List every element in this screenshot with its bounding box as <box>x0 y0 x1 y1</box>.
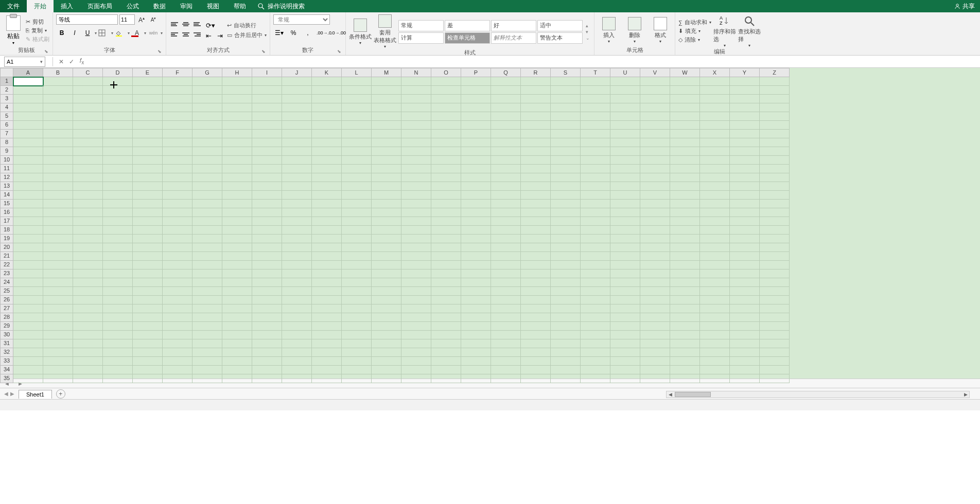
cell[interactable] <box>581 269 610 278</box>
font-name-select[interactable] <box>56 14 118 25</box>
cell[interactable] <box>730 165 760 173</box>
cell[interactable] <box>73 121 103 130</box>
cell[interactable] <box>43 226 73 235</box>
cell[interactable] <box>222 86 252 95</box>
cell[interactable] <box>133 95 163 103</box>
cell[interactable] <box>670 226 700 235</box>
cell[interactable] <box>581 182 610 191</box>
cell[interactable] <box>670 252 700 261</box>
cell[interactable] <box>551 348 581 357</box>
cell[interactable] <box>342 86 372 95</box>
cell[interactable] <box>312 322 342 331</box>
column-header[interactable]: U <box>610 68 640 77</box>
cell[interactable] <box>192 156 222 165</box>
cell[interactable] <box>431 374 461 383</box>
cell[interactable] <box>13 339 43 348</box>
column-header[interactable]: E <box>133 68 163 77</box>
cell[interactable] <box>401 112 431 121</box>
decrease-decimal-button[interactable]: .0→.00 <box>331 28 342 38</box>
cell[interactable] <box>431 269 461 278</box>
cell[interactable] <box>461 173 491 182</box>
cell[interactable] <box>192 173 222 182</box>
cell[interactable] <box>252 156 282 165</box>
cell[interactable] <box>133 261 163 269</box>
cell[interactable] <box>342 130 372 138</box>
cell[interactable] <box>13 200 43 208</box>
cell[interactable] <box>581 191 610 200</box>
style-good[interactable]: 好 <box>491 20 536 31</box>
cell[interactable] <box>581 121 610 130</box>
cell[interactable] <box>133 322 163 331</box>
cell[interactable] <box>760 217 790 226</box>
cell[interactable] <box>581 156 610 165</box>
cell[interactable] <box>103 103 133 112</box>
cell[interactable] <box>401 95 431 103</box>
cell[interactable] <box>342 200 372 208</box>
cell[interactable] <box>222 121 252 130</box>
cell[interactable] <box>730 252 760 261</box>
increase-decimal-button[interactable]: .00→.0 <box>317 28 328 38</box>
cell[interactable] <box>401 331 431 339</box>
cell[interactable] <box>491 138 521 147</box>
cell[interactable] <box>640 226 670 235</box>
column-header[interactable]: Z <box>760 68 790 77</box>
cell[interactable] <box>610 243 640 252</box>
cell[interactable] <box>670 348 700 357</box>
cell[interactable] <box>431 226 461 235</box>
cell[interactable] <box>581 304 610 313</box>
conditional-format-button[interactable]: 条件格式▾ <box>349 19 372 45</box>
cell[interactable] <box>342 138 372 147</box>
number-format-select[interactable]: 常规 <box>273 14 330 25</box>
cell[interactable] <box>760 121 790 130</box>
cell[interactable] <box>431 77 461 86</box>
cell[interactable] <box>581 77 610 86</box>
cell[interactable] <box>103 77 133 86</box>
cell[interactable] <box>610 261 640 269</box>
cell[interactable] <box>521 374 551 383</box>
column-header[interactable]: F <box>163 68 192 77</box>
cell[interactable] <box>13 147 43 156</box>
cell[interactable] <box>103 95 133 103</box>
cell[interactable] <box>401 103 431 112</box>
cell[interactable] <box>342 217 372 226</box>
row-header[interactable]: 27 <box>0 304 13 313</box>
cell[interactable] <box>252 296 282 304</box>
cell[interactable] <box>401 366 431 374</box>
cell[interactable] <box>461 322 491 331</box>
cell[interactable] <box>372 313 401 322</box>
cell[interactable] <box>73 217 103 226</box>
cell[interactable] <box>43 366 73 374</box>
cell[interactable] <box>103 269 133 278</box>
cell[interactable] <box>551 252 581 261</box>
gallery-down-icon[interactable]: ▾ <box>586 29 590 34</box>
cell[interactable] <box>491 304 521 313</box>
cell[interactable] <box>312 191 342 200</box>
cell[interactable] <box>133 173 163 182</box>
cell[interactable] <box>461 217 491 226</box>
cell[interactable] <box>491 86 521 95</box>
gallery-up-icon[interactable]: ▴ <box>586 23 590 28</box>
cell[interactable] <box>73 348 103 357</box>
column-header[interactable]: M <box>372 68 401 77</box>
cell[interactable] <box>640 165 670 173</box>
cell[interactable] <box>640 374 670 383</box>
cell[interactable] <box>13 112 43 121</box>
cell[interactable] <box>461 357 491 366</box>
cell[interactable] <box>103 86 133 95</box>
cell[interactable] <box>461 269 491 278</box>
cell[interactable] <box>252 366 282 374</box>
cell[interactable] <box>760 261 790 269</box>
cell[interactable] <box>103 173 133 182</box>
cell[interactable] <box>581 217 610 226</box>
cell[interactable] <box>491 366 521 374</box>
cell[interactable] <box>551 287 581 296</box>
cell[interactable] <box>133 77 163 86</box>
spreadsheet-grid[interactable]: ABCDEFGHIJKLMNOPQRSTUVWXYZ 1234567891011… <box>0 68 980 379</box>
cell[interactable] <box>521 77 551 86</box>
cell[interactable] <box>103 235 133 243</box>
cell[interactable] <box>581 147 610 156</box>
cell[interactable] <box>491 348 521 357</box>
cell[interactable] <box>312 121 342 130</box>
cell[interactable] <box>222 269 252 278</box>
cell[interactable] <box>103 121 133 130</box>
